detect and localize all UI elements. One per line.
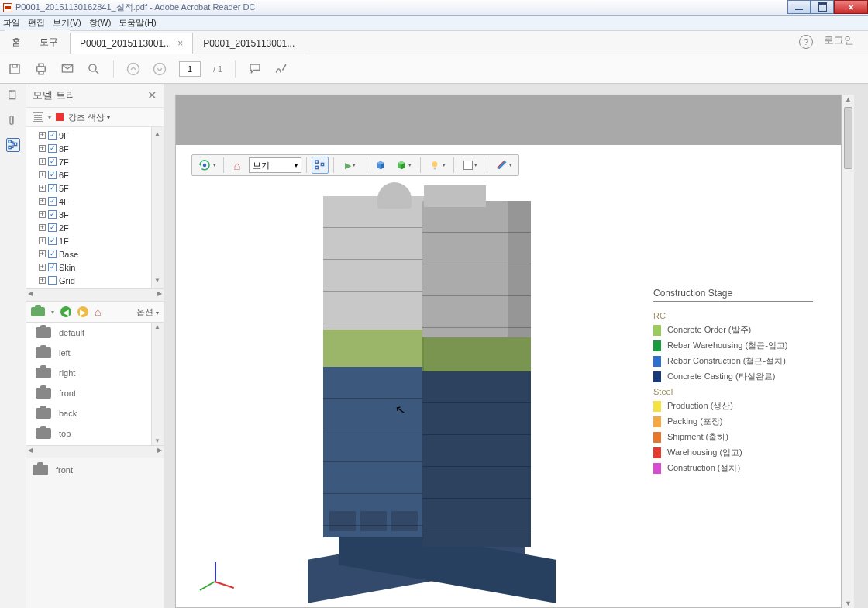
views-list[interactable]: defaultleftrightfrontbacktop xyxy=(26,323,164,445)
view-item[interactable]: top xyxy=(26,423,164,444)
current-view-row: front xyxy=(26,458,164,481)
legend-item: Rebar Warehousing (철근-입고) xyxy=(653,340,813,351)
tree-item[interactable]: +3F xyxy=(26,208,164,221)
tree-item[interactable]: +9F xyxy=(26,129,164,142)
tree-item[interactable]: +2F xyxy=(26,221,164,234)
close-tab-icon[interactable]: × xyxy=(177,38,183,49)
views-toolbar: ▾ ◀ ▶ ⌂ 옵션 ▾ xyxy=(26,301,164,323)
highlight-color-swatch[interactable] xyxy=(56,113,64,121)
model-tree-icon[interactable] xyxy=(6,138,20,152)
legend-title: Construction Stage xyxy=(653,288,813,302)
tree-item[interactable]: +Skin xyxy=(26,261,164,274)
svg-point-7 xyxy=(128,63,140,74)
svg-point-8 xyxy=(154,63,166,74)
attachment-icon[interactable] xyxy=(6,113,20,127)
tree-vertical-scrollbar[interactable] xyxy=(151,127,164,288)
legend-item: Warehousing (입고) xyxy=(653,447,813,458)
home-button[interactable]: ⌂ xyxy=(229,157,246,174)
menu-help[interactable]: 도움말(H) xyxy=(119,17,156,29)
legend-group: Steel xyxy=(653,387,813,396)
menu-edit[interactable]: 편집 xyxy=(28,17,45,29)
legend-group: RC xyxy=(653,311,813,320)
legend-item: Production (생산) xyxy=(653,400,813,412)
help-icon[interactable]: ? xyxy=(799,35,813,49)
document-tab-inactive[interactable]: P0001_2015113001... xyxy=(193,33,305,54)
print-icon[interactable] xyxy=(34,62,48,76)
svg-rect-14 xyxy=(315,161,318,163)
tree-item[interactable]: +5F xyxy=(26,181,164,195)
viewer-vertical-scrollbar[interactable] xyxy=(842,95,854,608)
svg-rect-16 xyxy=(321,163,323,165)
tree-item[interactable]: +6F xyxy=(26,168,164,181)
tab-home[interactable]: 홈 xyxy=(5,30,28,54)
view-options-dropdown[interactable]: 옵션 ▾ xyxy=(136,306,159,318)
camera-icon xyxy=(33,465,48,475)
view-item[interactable]: front xyxy=(26,383,164,403)
menubar[interactable]: 파일 편집 보기(V) 창(W) 도움말(H) xyxy=(0,16,868,31)
pdf-page[interactable]: ▾ ⌂ 보기▾ ▶▾ ▾ ▾ ▾ ▾ xyxy=(175,95,842,608)
svg-rect-0 xyxy=(10,64,19,74)
cross-section-button[interactable]: ▾ xyxy=(492,157,515,174)
view-item[interactable]: back xyxy=(26,403,164,423)
tree-item[interactable]: +Grid xyxy=(26,274,164,287)
page-up-icon[interactable] xyxy=(126,62,140,76)
highlight-color-dropdown[interactable]: 강조 색상▾ xyxy=(68,112,110,123)
tree-item[interactable]: +4F xyxy=(26,195,164,208)
tab-tools[interactable]: 도구 xyxy=(28,30,70,54)
menu-view[interactable]: 보기(V) xyxy=(53,17,81,29)
tree-item[interactable]: +Base xyxy=(26,247,164,261)
menu-window[interactable]: 창(W) xyxy=(89,17,112,29)
window-close-button[interactable] xyxy=(834,0,868,14)
view-back-icon[interactable]: ◀ xyxy=(60,306,71,317)
svg-point-13 xyxy=(203,164,207,168)
sign-icon[interactable] xyxy=(274,62,288,76)
lighting-button[interactable]: ▾ xyxy=(425,157,449,174)
list-options-icon[interactable] xyxy=(33,112,43,122)
3d-building-model[interactable] xyxy=(308,188,540,584)
render-mode-button[interactable]: ▾ xyxy=(392,157,415,174)
tree-horizontal-scrollbar[interactable] xyxy=(26,288,164,301)
svg-point-17 xyxy=(432,161,438,167)
svg-rect-2 xyxy=(37,67,46,71)
view-forward-icon[interactable]: ▶ xyxy=(78,306,88,317)
tree-item[interactable]: +1F xyxy=(26,234,164,247)
document-tab-active[interactable]: P0001_2015113001... × xyxy=(70,33,193,54)
close-panel-icon[interactable]: ✕ xyxy=(147,88,157,102)
view-select[interactable]: 보기▾ xyxy=(249,157,301,173)
model-tree-toggle-button[interactable] xyxy=(312,157,329,174)
home-view-icon[interactable]: ⌂ xyxy=(95,306,101,318)
rotate-tool-button[interactable]: ▾ xyxy=(195,157,219,174)
tree-item[interactable]: +7F xyxy=(26,155,164,168)
svg-rect-4 xyxy=(39,71,43,74)
svg-rect-1 xyxy=(12,64,17,67)
page-down-icon[interactable] xyxy=(153,62,167,76)
search-icon[interactable] xyxy=(87,62,101,76)
views-horizontal-scrollbar[interactable] xyxy=(26,445,164,458)
camera-icon[interactable] xyxy=(31,307,45,316)
comment-icon[interactable] xyxy=(248,62,262,76)
thumbnails-icon[interactable] xyxy=(6,88,20,102)
view-item[interactable]: right xyxy=(26,363,164,383)
svg-rect-10 xyxy=(9,140,11,143)
view-item[interactable]: default xyxy=(26,323,164,343)
views-vertical-scrollbar[interactable] xyxy=(151,323,164,445)
isometric-button[interactable] xyxy=(372,157,389,174)
model-tree-list[interactable]: +9F+8F+7F+6F+5F+4F+3F+2F+1F+Base+Skin+Gr… xyxy=(26,127,164,288)
legend-item: Concrete Order (발주) xyxy=(653,324,813,336)
play-button[interactable]: ▶▾ xyxy=(339,157,362,174)
menu-file[interactable]: 파일 xyxy=(3,17,20,29)
tab-row: 홈 도구 P0001_2015113001... × P0001_2015113… xyxy=(0,31,868,54)
page-number-input[interactable] xyxy=(179,61,201,77)
document-tab-label: P0001_2015113001... xyxy=(203,38,294,49)
view-item[interactable]: left xyxy=(26,343,164,363)
tree-item[interactable]: +8F xyxy=(26,142,164,155)
document-viewer[interactable]: ▾ ⌂ 보기▾ ▶▾ ▾ ▾ ▾ ▾ xyxy=(164,84,868,608)
login-link[interactable]: 로그인 xyxy=(824,33,854,47)
email-icon[interactable] xyxy=(60,62,74,76)
background-button[interactable]: ▾ xyxy=(459,157,482,174)
window-maximize-button[interactable] xyxy=(811,0,834,14)
window-minimize-button[interactable] xyxy=(787,0,811,14)
axis-gizmo[interactable] xyxy=(205,556,236,587)
save-icon[interactable] xyxy=(8,62,22,76)
legend-item: Rebar Construction (철근-설치) xyxy=(653,355,813,367)
